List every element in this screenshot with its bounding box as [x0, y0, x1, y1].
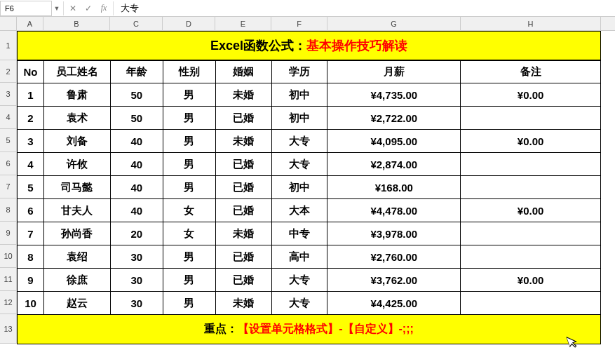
cell-salary[interactable]: ¥2,760.00 — [327, 245, 461, 269]
cell-no[interactable]: 2 — [18, 107, 44, 130]
cell-gender[interactable]: 女 — [163, 199, 215, 222]
cell-name[interactable]: 刘备 — [43, 130, 110, 153]
cell-no[interactable]: 7 — [18, 222, 44, 245]
name-box[interactable]: F6 — [0, 1, 52, 16]
cell-remark[interactable]: ¥0.00 — [461, 83, 601, 107]
header-cell[interactable]: 备注 — [461, 61, 601, 83]
cell-edu[interactable]: 大专 — [271, 130, 327, 153]
footer-row[interactable]: 重点： 【设置单元格格式】-【自定义】-;;; — [17, 315, 601, 344]
header-cell[interactable]: 月薪 — [327, 61, 461, 83]
row-header-3[interactable]: 3 — [0, 83, 16, 106]
row-header-1[interactable]: 1 — [0, 31, 16, 60]
row-header-11[interactable]: 11 — [0, 268, 16, 291]
header-cell[interactable]: No — [18, 61, 44, 83]
cell-salary[interactable]: ¥168.00 — [327, 176, 461, 199]
col-header-A[interactable]: A — [17, 17, 43, 30]
cell-remark[interactable] — [461, 153, 601, 176]
cell-gender[interactable]: 男 — [163, 292, 215, 315]
col-header-C[interactable]: C — [110, 17, 163, 30]
cell-gender[interactable]: 女 — [163, 222, 215, 245]
cell-gender[interactable]: 男 — [163, 176, 215, 199]
row-header-8[interactable]: 8 — [0, 198, 16, 222]
cell-no[interactable]: 6 — [18, 199, 44, 222]
cell-age[interactable]: 30 — [110, 245, 163, 269]
cell-age[interactable]: 30 — [110, 269, 163, 292]
cell-name[interactable]: 鲁肃 — [43, 83, 110, 107]
cell-edu[interactable]: 中专 — [271, 222, 327, 245]
cell-age[interactable]: 40 — [110, 153, 163, 176]
cell-age[interactable]: 40 — [110, 176, 163, 199]
cell-gender[interactable]: 男 — [163, 107, 215, 130]
cell-no[interactable]: 5 — [18, 176, 44, 199]
cell-name[interactable]: 许攸 — [43, 153, 110, 176]
cell-name[interactable]: 袁绍 — [43, 245, 110, 269]
cell-marriage[interactable]: 未婚 — [215, 222, 271, 245]
cell-no[interactable]: 9 — [18, 269, 44, 292]
cell-salary[interactable]: ¥4,735.00 — [327, 83, 461, 107]
cancel-icon[interactable]: ✕ — [65, 1, 81, 16]
row-header-13[interactable]: 13 — [0, 314, 16, 344]
cell-age[interactable]: 20 — [110, 222, 163, 245]
cell-name[interactable]: 司马懿 — [43, 176, 110, 199]
cell-edu[interactable]: 高中 — [271, 245, 327, 269]
cell-remark[interactable] — [461, 176, 601, 199]
cell-age[interactable]: 30 — [110, 292, 163, 315]
cell-salary[interactable]: ¥4,095.00 — [327, 130, 461, 153]
cell-name[interactable]: 孙尚香 — [43, 222, 110, 245]
cell-edu[interactable]: 大专 — [271, 292, 327, 315]
cell-age[interactable]: 40 — [110, 199, 163, 222]
cell-age[interactable]: 50 — [110, 107, 163, 130]
cell-gender[interactable]: 男 — [163, 153, 215, 176]
row-header-12[interactable]: 12 — [0, 291, 16, 314]
row-header-10[interactable]: 10 — [0, 245, 16, 268]
col-header-D[interactable]: D — [163, 17, 215, 30]
col-header-E[interactable]: E — [215, 17, 271, 30]
col-header-G[interactable]: G — [327, 17, 461, 30]
cell-marriage[interactable]: 未婚 — [215, 130, 271, 153]
cell-gender[interactable]: 男 — [163, 245, 215, 269]
cell-edu[interactable]: 大专 — [271, 269, 327, 292]
row-header-7[interactable]: 7 — [0, 175, 16, 198]
cell-salary[interactable]: ¥2,874.00 — [327, 153, 461, 176]
cell-no[interactable]: 10 — [18, 292, 44, 315]
cell-edu[interactable]: 初中 — [271, 83, 327, 107]
cell-edu[interactable]: 大专 — [271, 153, 327, 176]
col-header-F[interactable]: F — [271, 17, 327, 30]
cell-marriage[interactable]: 已婚 — [215, 245, 271, 269]
cell-gender[interactable]: 男 — [163, 130, 215, 153]
cell-age[interactable]: 50 — [110, 83, 163, 107]
cell-name[interactable]: 袁术 — [43, 107, 110, 130]
cell-no[interactable]: 3 — [18, 130, 44, 153]
cell-salary[interactable]: ¥4,478.00 — [327, 199, 461, 222]
cell-edu[interactable]: 初中 — [271, 176, 327, 199]
cell-marriage[interactable]: 未婚 — [215, 83, 271, 107]
row-header-9[interactable]: 9 — [0, 222, 16, 245]
cell-marriage[interactable]: 已婚 — [215, 199, 271, 222]
cell-remark[interactable]: ¥0.00 — [461, 269, 601, 292]
cell-no[interactable]: 4 — [18, 153, 44, 176]
header-cell[interactable]: 年龄 — [110, 61, 163, 83]
title-row[interactable]: Excel函数公式： 基本操作技巧解读 — [17, 31, 601, 60]
cell-remark[interactable] — [461, 245, 601, 269]
cell-remark[interactable] — [461, 222, 601, 245]
formula-input[interactable]: 大专 — [115, 1, 615, 16]
row-header-2[interactable]: 2 — [0, 60, 16, 83]
header-cell[interactable]: 员工姓名 — [43, 61, 110, 83]
cell-remark[interactable] — [461, 292, 601, 315]
cell-edu[interactable]: 初中 — [271, 107, 327, 130]
cell-marriage[interactable]: 已婚 — [215, 153, 271, 176]
header-cell[interactable]: 婚姻 — [215, 61, 271, 83]
confirm-icon[interactable]: ✓ — [81, 1, 96, 16]
cell-edu[interactable]: 大本 — [271, 199, 327, 222]
cell-gender[interactable]: 男 — [163, 269, 215, 292]
cell-gender[interactable]: 男 — [163, 83, 215, 107]
cell-name[interactable]: 赵云 — [43, 292, 110, 315]
col-header-B[interactable]: B — [43, 17, 110, 30]
cell-salary[interactable]: ¥3,978.00 — [327, 222, 461, 245]
cell-remark[interactable]: ¥0.00 — [461, 199, 601, 222]
select-all-corner[interactable] — [0, 17, 17, 31]
col-header-H[interactable]: H — [461, 17, 601, 30]
cell-no[interactable]: 8 — [18, 245, 44, 269]
cell-marriage[interactable]: 未婚 — [215, 292, 271, 315]
cell-name[interactable]: 徐庶 — [43, 269, 110, 292]
